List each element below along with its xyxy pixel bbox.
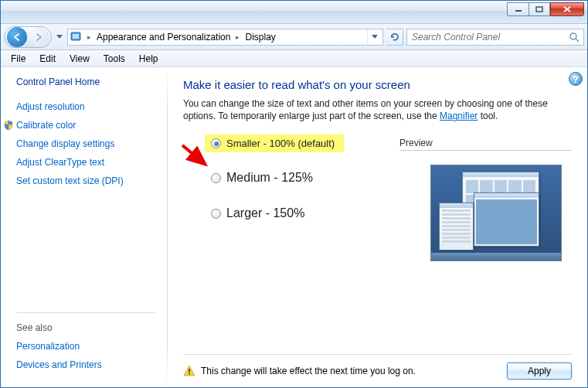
radio-label: Larger - 150% <box>226 206 304 220</box>
menu-help[interactable]: Help <box>132 50 165 66</box>
notice-bar: This change will take effect the next ti… <box>183 354 572 379</box>
sidebar-link-label: Adjust resolution <box>16 101 85 112</box>
svg-point-4 <box>570 33 576 39</box>
sidebar-calibrate-color[interactable]: Calibrate color <box>16 120 156 131</box>
svg-line-6 <box>182 145 206 165</box>
preview-fieldset: Preview <box>399 138 572 261</box>
content: Control Panel Home Adjust resolution Cal… <box>1 67 587 387</box>
sidebar-link-label: Calibrate color <box>16 120 76 131</box>
svg-rect-8 <box>189 373 190 375</box>
sidebar-adjust-cleartype[interactable]: Adjust ClearType text <box>16 157 156 168</box>
nav-buttons <box>4 26 52 48</box>
preview-image <box>430 165 562 261</box>
subtext-post: tool. <box>478 111 498 121</box>
sidebar: Control Panel Home Adjust resolution Cal… <box>1 67 167 387</box>
sidebar-link-label: Personalization <box>16 341 80 352</box>
notice-text: This change will take effect the next ti… <box>201 366 416 376</box>
sidebar-link-label: Adjust ClearType text <box>16 157 104 168</box>
sidebar-see-also-label: See also <box>16 312 156 333</box>
svg-line-5 <box>576 39 579 42</box>
radio-icon <box>211 138 221 148</box>
menu-edit[interactable]: Edit <box>32 50 63 66</box>
address-bar[interactable]: ▸ Appearance and Personalization ▸ Displ… <box>67 29 383 46</box>
minimize-button[interactable] <box>507 2 529 16</box>
menubar: File Edit View Tools Help <box>1 50 587 67</box>
radio-icon <box>211 209 221 219</box>
options-area: Smaller - 100% (default) Medium - 125% L… <box>183 138 572 261</box>
main-panel: ? Make it easier to read what's on your … <box>168 67 587 387</box>
magnifier-link[interactable]: Magnifier <box>440 111 478 121</box>
sidebar-custom-text-size[interactable]: Set custom text size (DPI) <box>16 175 156 186</box>
navbar: ▸ Appearance and Personalization ▸ Displ… <box>1 24 587 50</box>
annotation-arrow-icon <box>181 143 212 171</box>
window: ▸ Appearance and Personalization ▸ Displ… <box>0 0 588 388</box>
sidebar-link-label: Set custom text size (DPI) <box>16 175 124 186</box>
size-options: Smaller - 100% (default) Medium - 125% L… <box>183 138 376 261</box>
close-button[interactable] <box>550 2 584 16</box>
recent-pages-dropdown[interactable] <box>55 35 64 39</box>
radio-larger-150[interactable]: Larger - 150% <box>211 206 376 220</box>
sidebar-link-label: Change display settings <box>16 138 114 149</box>
titlebar <box>1 1 587 24</box>
radio-label: Medium - 125% <box>226 171 313 185</box>
radio-icon <box>211 173 221 183</box>
search-input[interactable] <box>410 31 568 43</box>
radio-smaller-100[interactable]: Smaller - 100% (default) <box>205 134 344 152</box>
forward-button[interactable] <box>29 27 49 47</box>
sidebar-link-label: Devices and Printers <box>16 359 102 370</box>
svg-rect-3 <box>73 34 79 39</box>
warning-icon <box>183 365 195 377</box>
maximize-button[interactable] <box>529 2 550 16</box>
menu-tools[interactable]: Tools <box>97 50 132 66</box>
search-icon <box>568 31 580 43</box>
refresh-button[interactable] <box>386 29 403 46</box>
sidebar-adjust-resolution[interactable]: Adjust resolution <box>16 101 156 112</box>
svg-rect-1 <box>536 7 542 12</box>
svg-rect-0 <box>515 10 522 12</box>
radio-medium-125[interactable]: Medium - 125% <box>211 171 376 185</box>
sidebar-devices-printers[interactable]: Devices and Printers <box>16 359 156 370</box>
page-heading: Make it easier to read what's on your sc… <box>183 78 572 91</box>
breadcrumb-display[interactable]: Display <box>242 29 278 45</box>
sidebar-change-display-settings[interactable]: Change display settings <box>16 138 156 149</box>
menu-view[interactable]: View <box>63 50 97 66</box>
radio-label: Smaller - 100% (default) <box>226 138 335 149</box>
sidebar-control-panel-home[interactable]: Control Panel Home <box>16 77 156 87</box>
breadcrumb-arrow-1[interactable]: ▸ <box>233 29 242 45</box>
page-subtext: You can change the size of text and othe… <box>183 97 572 122</box>
breadcrumb-appearance[interactable]: Appearance and Personalization <box>93 29 233 45</box>
apply-button[interactable]: Apply <box>507 362 572 379</box>
menu-file[interactable]: File <box>4 50 32 66</box>
breadcrumb-root-arrow[interactable]: ▸ <box>85 29 93 45</box>
address-dropdown[interactable] <box>367 29 381 45</box>
preview-label-text: Preview <box>399 138 433 148</box>
back-button[interactable] <box>7 27 27 47</box>
shield-icon <box>3 120 14 131</box>
search-box[interactable] <box>406 29 584 46</box>
preview-label: Preview <box>399 138 572 154</box>
svg-rect-7 <box>189 369 190 373</box>
control-panel-icon <box>70 31 82 43</box>
window-controls <box>507 2 584 16</box>
help-icon[interactable]: ? <box>569 72 583 86</box>
sidebar-personalization[interactable]: Personalization <box>16 341 156 352</box>
